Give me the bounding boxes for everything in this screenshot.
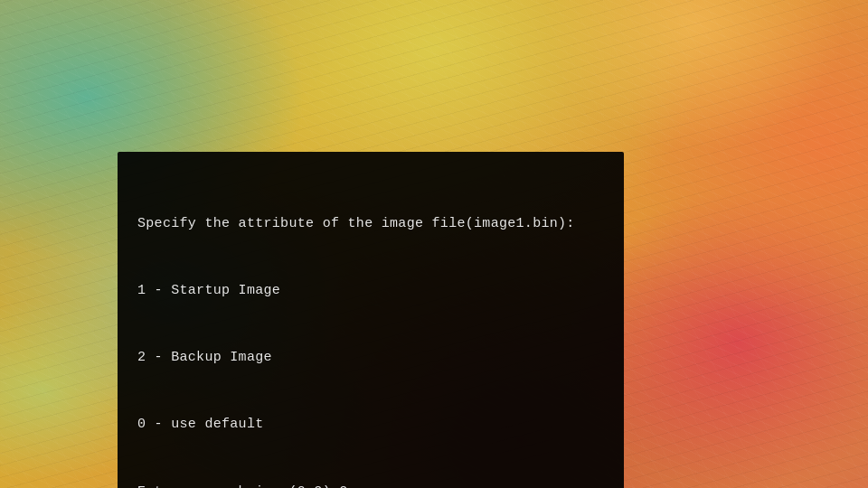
terminal-line-3: 2 - Backup Image: [137, 347, 604, 370]
terminal-window: Specify the attribute of the image file(…: [118, 152, 624, 488]
terminal-line-4: 0 - use default: [137, 414, 604, 436]
terminal-line-5: Enter your choice (0-2):2: [137, 482, 604, 489]
terminal-line-2: 1 - Startup Image: [137, 280, 604, 303]
terminal-line-1: Specify the attribute of the image file(…: [137, 213, 604, 236]
terminal-output: Specify the attribute of the image file(…: [137, 168, 604, 488]
